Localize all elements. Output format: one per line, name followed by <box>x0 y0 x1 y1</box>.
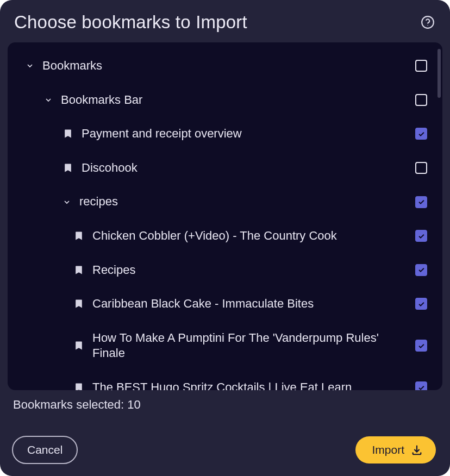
tree-item-label: How To Make A Pumptini For The 'Vanderpu… <box>92 330 408 361</box>
checkbox[interactable] <box>415 196 427 208</box>
checkbox[interactable] <box>415 128 427 140</box>
tree-item-label: Chicken Cobbler (+Video) - The Country C… <box>92 228 408 244</box>
tree-row-bar[interactable]: Bookmarks Bar <box>12 83 438 117</box>
bookmark-icon <box>73 230 85 242</box>
chevron-down-icon[interactable] <box>62 197 72 207</box>
selected-count-label: Bookmarks selected: 10 <box>12 398 436 412</box>
bookmark-icon <box>73 298 85 310</box>
checkbox[interactable] <box>415 94 427 106</box>
tree-item-label: Recipes <box>92 262 408 278</box>
scrollbar-thumb[interactable] <box>438 49 441 98</box>
dialog-title: Choose bookmarks to Import <box>14 12 247 33</box>
tree-row-hugo[interactable]: The BEST Hugo Spritz Cocktails | Live Ea… <box>12 371 438 390</box>
checkbox[interactable] <box>415 264 427 276</box>
checkbox[interactable] <box>415 230 427 242</box>
tree-item-label: Bookmarks <box>42 58 408 74</box>
help-icon[interactable] <box>420 14 436 30</box>
tree-row-cobbler[interactable]: Chicken Cobbler (+Video) - The Country C… <box>12 219 438 253</box>
tree-item-label: Discohook <box>82 160 408 176</box>
button-row: Cancel Import <box>12 436 436 464</box>
bookmark-icon <box>62 128 74 140</box>
bookmark-tree: BookmarksBookmarks BarPayment and receip… <box>8 42 442 390</box>
checkbox[interactable] <box>415 60 427 72</box>
tree-item-label: The BEST Hugo Spritz Cocktails | Live Ea… <box>92 380 408 390</box>
bookmark-icon <box>73 381 85 390</box>
bookmark-tree-scroll[interactable]: BookmarksBookmarks BarPayment and receip… <box>8 42 442 390</box>
tree-row-blackcake[interactable]: Caribbean Black Cake - Immaculate Bites <box>12 287 438 321</box>
tree-item-label: Caribbean Black Cake - Immaculate Bites <box>92 296 408 312</box>
bookmark-icon <box>73 340 85 352</box>
tree-row-pumptini[interactable]: How To Make A Pumptini For The 'Vanderpu… <box>12 321 438 371</box>
chevron-down-icon[interactable] <box>43 95 53 105</box>
tree-row-recipes[interactable]: recipes <box>12 185 438 219</box>
bookmark-icon <box>73 264 85 276</box>
tree-row-root[interactable]: Bookmarks <box>12 49 438 83</box>
tree-row-pay[interactable]: Payment and receipt overview <box>12 117 438 151</box>
import-button[interactable]: Import <box>355 436 436 464</box>
import-button-label: Import <box>372 443 404 456</box>
dialog-header: Choose bookmarks to Import <box>0 0 450 42</box>
download-icon <box>411 444 423 456</box>
svg-point-1 <box>427 25 428 26</box>
import-bookmarks-dialog: Choose bookmarks to Import BookmarksBook… <box>0 0 450 476</box>
bookmark-icon <box>62 162 74 174</box>
tree-row-disco[interactable]: Discohook <box>12 151 438 185</box>
svg-point-0 <box>422 16 434 28</box>
tree-item-label: recipes <box>79 194 408 210</box>
dialog-footer: Bookmarks selected: 10 Cancel Import <box>0 390 450 476</box>
tree-item-label: Bookmarks Bar <box>61 92 408 108</box>
checkbox[interactable] <box>415 381 427 390</box>
checkbox[interactable] <box>415 298 427 310</box>
checkbox[interactable] <box>415 340 427 352</box>
chevron-down-icon[interactable] <box>25 61 35 71</box>
cancel-button[interactable]: Cancel <box>12 436 78 464</box>
checkbox[interactable] <box>415 162 427 174</box>
tree-item-label: Payment and receipt overview <box>82 126 408 142</box>
tree-row-recipes2[interactable]: Recipes <box>12 253 438 287</box>
